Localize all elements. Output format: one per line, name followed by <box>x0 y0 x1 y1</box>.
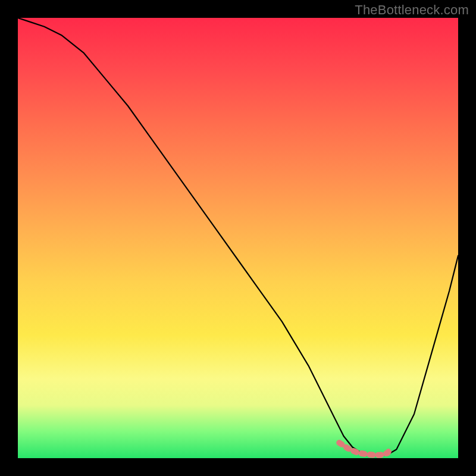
optimal-band-highlight <box>339 443 390 455</box>
chart-container: TheBottleneck.com <box>0 0 476 476</box>
watermark-label: TheBottleneck.com <box>355 2 469 18</box>
chart-overlay <box>18 18 458 458</box>
bottleneck-curve <box>18 18 458 455</box>
